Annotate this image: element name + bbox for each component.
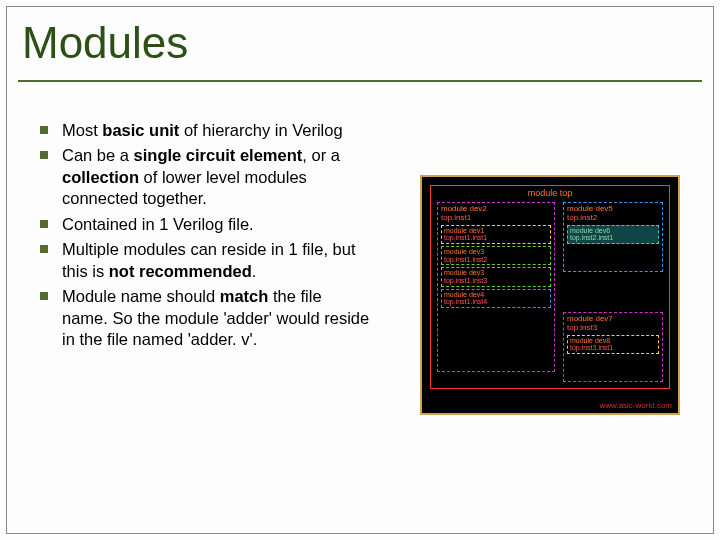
text: of hierarchy in Verilog <box>179 121 342 139</box>
title-underline <box>18 80 702 82</box>
diagram-top-module: module top module dev2 top.inst1 module … <box>430 185 670 389</box>
text-bold: match <box>220 287 269 305</box>
list-item: Most basic unit of hierarchy in Verilog <box>40 120 370 141</box>
text-bold: single circuit element <box>134 146 303 164</box>
module-name: module dev1 <box>444 227 548 235</box>
bullet-list: Most basic unit of hierarchy in Verilog … <box>40 120 370 350</box>
text-bold: basic unit <box>102 121 179 139</box>
module-inst: top.inst1.inst3 <box>444 277 548 285</box>
module-inst: top.inst1.inst4 <box>444 298 548 306</box>
module-name: module dev6 <box>570 227 656 235</box>
list-item: Multiple modules can reside in 1 file, b… <box>40 239 370 282</box>
text: . <box>252 262 257 280</box>
bullet-content: Most basic unit of hierarchy in Verilog … <box>40 120 370 354</box>
module-inst: top.inst1.inst1 <box>444 234 548 242</box>
module-box-dev3a: module dev3 top.inst1.inst2 <box>441 246 551 265</box>
diagram-watermark: www.asic-world.com <box>600 401 672 410</box>
module-inst: top.inst1 <box>441 214 551 223</box>
module-name: module dev3 <box>444 248 548 256</box>
module-inst: top.inst3 <box>567 324 659 333</box>
text: , or a <box>302 146 340 164</box>
module-hierarchy-diagram: module top module dev2 top.inst1 module … <box>420 175 680 415</box>
module-name: module dev8 <box>570 337 656 345</box>
text: Most <box>62 121 102 139</box>
text-bold: collection <box>62 168 139 186</box>
module-box-dev8: module dev8 top.inst3.inst1 <box>567 335 659 354</box>
module-box-dev2: module dev2 top.inst1 module dev1 top.in… <box>437 202 555 372</box>
module-name: module dev4 <box>444 291 548 299</box>
slide-title: Modules <box>22 18 188 68</box>
module-inst: top.inst2 <box>567 214 659 223</box>
text-bold: not recommended <box>109 262 252 280</box>
module-inst: top.inst3.inst1 <box>570 344 656 352</box>
module-box-dev6: module dev6 top.inst2.inst1 <box>567 225 659 244</box>
module-inst: top.inst1.inst2 <box>444 256 548 264</box>
module-box-dev5: module dev5 top.inst2 module dev6 top.in… <box>563 202 663 272</box>
module-box-dev4: module dev4 top.inst1.inst4 <box>441 289 551 308</box>
module-name: module dev3 <box>444 269 548 277</box>
module-box-dev3b: module dev3 top.inst1.inst3 <box>441 267 551 286</box>
module-inst: top.inst2.inst1 <box>570 234 656 242</box>
diagram-label-top: module top <box>528 188 573 198</box>
text: Module name should <box>62 287 220 305</box>
module-box-dev7: module dev7 top.inst3 module dev8 top.in… <box>563 312 663 382</box>
text: Can be a <box>62 146 134 164</box>
list-item: Can be a single circuit element, or a co… <box>40 145 370 209</box>
list-item: Contained in 1 Verilog file. <box>40 214 370 235</box>
module-box-dev1: module dev1 top.inst1.inst1 <box>441 225 551 244</box>
list-item: Module name should match the file name. … <box>40 286 370 350</box>
text: Contained in 1 Verilog file. <box>62 215 254 233</box>
